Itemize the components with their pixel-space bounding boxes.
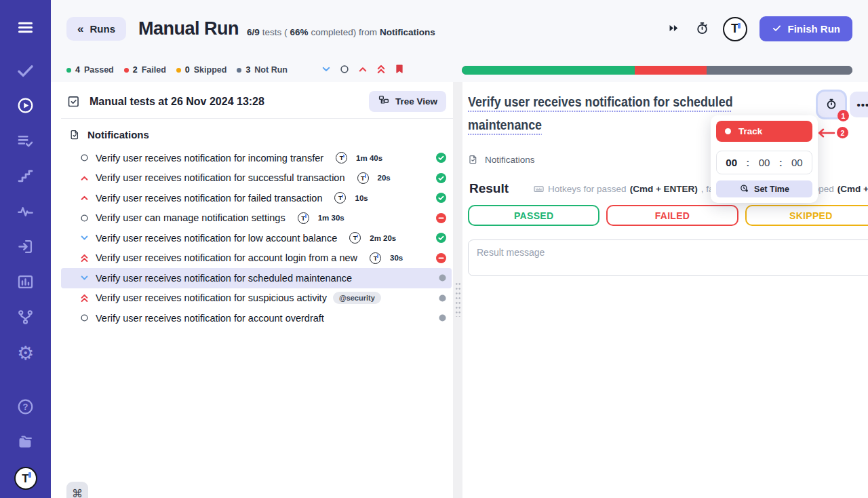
back-to-runs-label: Runs	[90, 23, 115, 35]
testomat-logo: T	[723, 17, 747, 41]
test-row[interactable]: Verify user receives notification for lo…	[61, 228, 452, 248]
percent-complete: 66%	[290, 27, 309, 37]
priority-low-icon	[79, 273, 90, 282]
filter-circle[interactable]	[340, 64, 349, 76]
status-failed-icon	[436, 213, 446, 223]
app-window: ⚙ ?T « Runs Manual Run 6/9 tests ( 66% c…	[0, 0, 868, 498]
projects-icon	[16, 433, 35, 453]
folder-row[interactable]: Notifications	[61, 121, 453, 147]
sidebar-item-plans[interactable]	[16, 132, 36, 152]
test-row[interactable]: Verify user receives notification for ac…	[61, 248, 452, 269]
testomat-timer-icon: T	[336, 152, 347, 164]
test-duration: 10s	[355, 194, 368, 202]
sidebar-item-settings[interactable]: ⚙	[16, 343, 36, 364]
seconds-value[interactable]: 00	[789, 157, 804, 168]
divider-drag-handle[interactable]	[455, 282, 461, 317]
priority-normal-icon	[79, 313, 90, 322]
sidebar-item-help[interactable]: ?	[16, 398, 36, 418]
clock-settings-icon	[739, 183, 749, 195]
test-row[interactable]: Verify user receives notification for fa…	[61, 188, 452, 208]
stopwatch-icon	[825, 98, 837, 112]
sidebar-item-tests[interactable]	[16, 61, 36, 81]
priority-high-icon	[79, 174, 90, 183]
double-chevron-left-icon: «	[77, 22, 83, 36]
count-failed: 2Failed	[124, 65, 166, 75]
help-icon: ?	[16, 398, 35, 418]
record-dot-icon	[725, 128, 731, 134]
tests-icon	[16, 61, 35, 81]
document-check-icon	[468, 154, 479, 165]
sidebar-bottom: ?T	[16, 398, 36, 489]
test-duration: 1m 30s	[318, 214, 344, 222]
sidebar-item-runs[interactable]	[16, 96, 36, 117]
priority-normal-icon	[79, 214, 90, 223]
test-detail-panel: Verify user receives notification for sc…	[462, 82, 868, 498]
sidebar-item-import[interactable]	[16, 237, 36, 258]
test-name: Verify user receives notification for lo…	[96, 233, 337, 244]
status-passed-icon	[436, 173, 446, 183]
plans-icon	[16, 132, 35, 152]
keyboard-icon	[533, 183, 545, 195]
sidebar-item-projects[interactable]	[16, 433, 36, 453]
timer-button[interactable]: 1	[818, 92, 845, 117]
filter-chevron-up[interactable]	[358, 64, 368, 76]
minutes-value[interactable]: 00	[757, 157, 772, 168]
finish-run-button[interactable]: Finish Run	[760, 16, 853, 41]
set-time-button[interactable]: Set Time	[716, 180, 812, 197]
test-name: Verify user receives notification for sc…	[96, 273, 352, 284]
testomat-timer-icon: T	[298, 212, 309, 224]
main-area: « Runs Manual Run 6/9 tests ( 66% comple…	[51, 0, 868, 498]
sidebar-item-steps[interactable]	[16, 167, 36, 187]
panel-divider	[453, 82, 462, 498]
failed-button[interactable]: FAILED	[606, 205, 738, 226]
result-message-input[interactable]	[468, 240, 868, 276]
test-duration: 30s	[390, 254, 403, 262]
back-to-runs-button[interactable]: « Runs	[66, 17, 126, 41]
filter-bookmark[interactable]	[395, 64, 404, 76]
test-row[interactable]: Verify user receives notification for in…	[61, 148, 452, 168]
test-row[interactable]: Verify user receives notification for su…	[61, 168, 452, 189]
test-duration: 20s	[378, 174, 391, 182]
hours-value[interactable]: 00	[724, 157, 739, 168]
breadcrumb-label[interactable]: Notifications	[485, 155, 535, 165]
hotkey-combo: (Cmd + I)	[837, 184, 868, 194]
test-row[interactable]: Verify user receives notification for sc…	[61, 268, 452, 288]
track-button[interactable]: Track	[716, 121, 812, 142]
skipped-button[interactable]: SKIPPED	[745, 205, 868, 226]
passed-button[interactable]: PASSED	[468, 205, 599, 226]
fast-forward-button[interactable]	[665, 19, 683, 39]
status-dot-icon	[237, 68, 241, 73]
run-progress-summary: 6/9 tests ( 66% completed) from Notifica…	[247, 27, 435, 37]
test-row[interactable]: Verify user can manage notification sett…	[61, 208, 452, 229]
circle-icon	[340, 64, 349, 76]
filter-double-chevron-up[interactable]	[376, 64, 386, 77]
status-passed-icon	[436, 153, 446, 163]
time-display[interactable]: 00:00:00	[716, 151, 812, 174]
stopwatch-button[interactable]	[692, 18, 712, 40]
tree-icon	[378, 94, 390, 109]
page-title: Manual Run	[138, 18, 239, 39]
sidebar-item-menu[interactable]	[16, 18, 36, 39]
test-name: Verify user receives notification for in…	[96, 153, 323, 164]
command-shortcut-button[interactable]: ⌘	[66, 482, 88, 498]
filter-chevron-down[interactable]	[321, 64, 331, 76]
folder-label: Notifications	[87, 129, 149, 140]
sidebar-item-pulse[interactable]	[16, 202, 36, 223]
import-icon	[16, 237, 35, 258]
sidebar-item-analytics[interactable]	[16, 273, 36, 293]
more-options-button[interactable]: •••	[850, 92, 868, 117]
detail-actions: 1 •••	[818, 92, 868, 117]
logo-icon: T	[14, 467, 37, 490]
topbar: « Runs Manual Run 6/9 tests ( 66% comple…	[51, 0, 868, 58]
test-row[interactable]: Verify user receives notification for su…	[61, 288, 452, 309]
arrow-left-icon	[815, 128, 835, 138]
pulse-icon	[16, 202, 35, 223]
tree-view-button[interactable]: Tree View	[369, 91, 446, 112]
test-list-panel: Manual tests at 26 Nov 2024 13:28 Tree V…	[51, 82, 453, 498]
test-row[interactable]: Verify user receives notification for ac…	[61, 308, 452, 328]
sidebar-item-branches[interactable]	[16, 308, 36, 328]
test-name: Verify user receives notification for ac…	[96, 313, 324, 324]
tests-count: 6/9	[247, 27, 260, 37]
sidebar-item-logo[interactable]: T	[16, 468, 36, 489]
test-duration: 1m 40s	[356, 154, 382, 162]
